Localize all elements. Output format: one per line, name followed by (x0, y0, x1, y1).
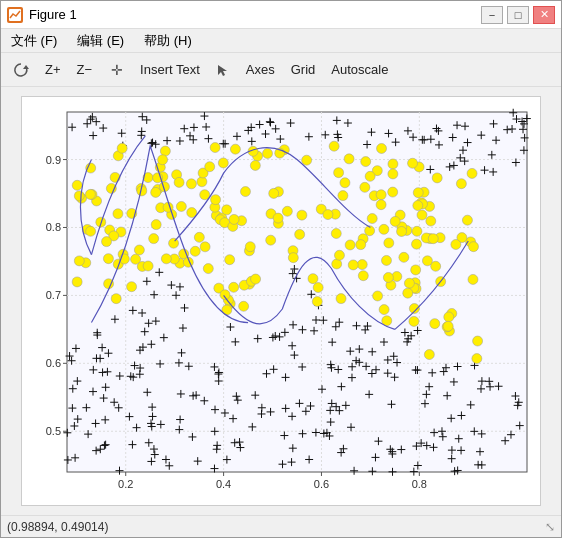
reset-icon (13, 62, 29, 78)
maximize-button[interactable]: □ (507, 6, 529, 24)
reset-button[interactable] (7, 57, 35, 83)
menu-bar: 文件 (F) 编辑 (E) 帮助 (H) (1, 29, 561, 53)
menu-edit[interactable]: 编辑 (E) (73, 31, 128, 51)
close-button[interactable]: ✕ (533, 6, 555, 24)
pan-button[interactable]: ✛ (102, 57, 130, 83)
title-controls: − □ ✕ (481, 6, 555, 24)
zoom-out-button[interactable]: Z− (71, 57, 99, 83)
main-window: Figure 1 − □ ✕ 文件 (F) 编辑 (E) 帮助 (H) Z+ Z… (0, 0, 562, 538)
status-icon: ⤡ (545, 520, 555, 534)
plot-canvas (22, 97, 541, 506)
minimize-button[interactable]: − (481, 6, 503, 24)
title-left: Figure 1 (7, 7, 77, 23)
axes-button[interactable]: Axes (240, 57, 281, 83)
coordinates-display: (0.98894, 0.49014) (7, 520, 108, 534)
grid-button[interactable]: Grid (285, 57, 322, 83)
plot-area (1, 87, 561, 515)
status-bar: (0.98894, 0.49014) ⤡ (1, 515, 561, 537)
toolbar: Z+ Z− ✛ Insert Text Axes Grid Autoscale (1, 53, 561, 87)
pointer-icon (216, 63, 230, 77)
title-bar: Figure 1 − □ ✕ (1, 1, 561, 29)
pointer-button[interactable] (210, 57, 236, 83)
svg-text:✛: ✛ (111, 62, 123, 78)
zoom-in-button[interactable]: Z+ (39, 57, 67, 83)
menu-file[interactable]: 文件 (F) (7, 31, 61, 51)
autoscale-button[interactable]: Autoscale (325, 57, 394, 83)
window-title: Figure 1 (29, 7, 77, 22)
pan-icon: ✛ (108, 62, 124, 78)
svg-marker-2 (23, 65, 29, 69)
svg-marker-4 (218, 65, 227, 76)
insert-text-button[interactable]: Insert Text (134, 57, 206, 83)
figure-canvas (21, 96, 541, 506)
figure-icon (7, 7, 23, 23)
menu-help[interactable]: 帮助 (H) (140, 31, 196, 51)
